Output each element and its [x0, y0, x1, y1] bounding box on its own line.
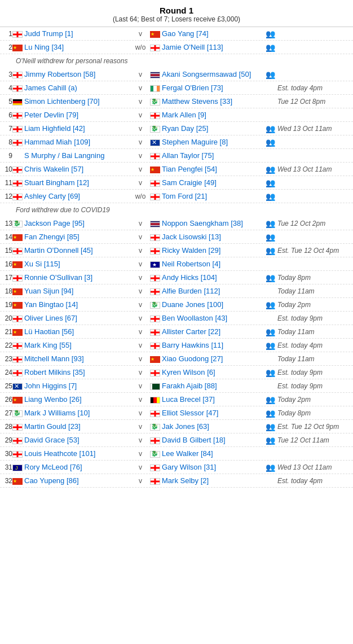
- player2-link[interactable]: Stephen Maguire [8]: [162, 138, 228, 146]
- match-number: 32: [2, 477, 12, 485]
- player1-link[interactable]: Peter Devlin [79]: [24, 111, 78, 119]
- player2-link[interactable]: Noppon Saengkham [38]: [162, 219, 243, 227]
- player1-link[interactable]: Martin Gould [23]: [24, 422, 81, 431]
- player2-flag: [150, 300, 160, 309]
- player2-link[interactable]: Sam Craigie [49]: [162, 178, 217, 187]
- player2-link[interactable]: Lee Walker [84]: [162, 449, 213, 458]
- player1-link[interactable]: Louis Heathcote [101]: [24, 449, 95, 458]
- player1-cell: Mark J Williams [10]: [12, 409, 131, 417]
- vs-label: v: [131, 409, 150, 417]
- score-icon: 👥: [263, 246, 277, 255]
- vs-label: v: [131, 341, 150, 349]
- player1-link[interactable]: Cao Yupeng [86]: [24, 476, 79, 485]
- match-number: 30: [2, 450, 12, 458]
- player2-flag: [150, 178, 160, 187]
- player1-link[interactable]: Martin O'Donnell [45]: [24, 246, 93, 255]
- match-row: 12 Ashley Carty [69] w/o Tom Ford [21] 👥: [0, 190, 353, 203]
- player2-flag: [150, 233, 160, 241]
- player1-link[interactable]: David Grace [53]: [24, 436, 80, 444]
- score-icon: 👥: [263, 273, 277, 282]
- player2-flag: [150, 327, 160, 336]
- player2-link[interactable]: Andy Hicks [104]: [162, 273, 217, 282]
- player1-link[interactable]: Ashley Carty [69]: [24, 192, 80, 200]
- player1-link[interactable]: Chris Wakelin [57]: [24, 165, 83, 173]
- player1-link[interactable]: Hammad Miah [109]: [24, 138, 90, 146]
- match-row: 26 Liang Wenbo [26] v Luca Brecel [37] 👥…: [0, 393, 353, 406]
- player2-link[interactable]: Allister Carter [22]: [162, 327, 220, 336]
- player1-flag: [12, 70, 23, 78]
- player2-link[interactable]: Jack Lisowski [13]: [162, 233, 221, 241]
- player2-link[interactable]: Elliot Slessor [47]: [162, 409, 218, 417]
- player1-link[interactable]: Jackson Page [95]: [24, 219, 85, 227]
- player2-link[interactable]: Ryan Day [25]: [162, 124, 208, 133]
- player2-flag: [150, 84, 160, 92]
- player2-link[interactable]: Kyren Wilson [6]: [162, 368, 215, 376]
- vs-label: v: [131, 382, 150, 390]
- player1-link[interactable]: Judd Trump [1]: [24, 29, 73, 38]
- player1-link[interactable]: Stuart Bingham [12]: [24, 178, 89, 187]
- player2-flag: [150, 219, 160, 227]
- match-number: 12: [2, 192, 12, 200]
- player2-cell: Andy Hicks [104]: [150, 273, 263, 282]
- player1-link[interactable]: John Higgins [7]: [24, 382, 77, 390]
- player1-link[interactable]: Robert Milkins [35]: [24, 368, 85, 376]
- player2-link[interactable]: Jamie O'Neill [113]: [162, 43, 223, 51]
- player2-link[interactable]: Gary Wilson [31]: [162, 463, 216, 471]
- player1-link[interactable]: Mitchell Mann [93]: [24, 354, 84, 363]
- match-time: Est. today 4pm: [277, 84, 351, 92]
- player1-link[interactable]: Jimmy Robertson [58]: [24, 70, 95, 78]
- match-row: 30 Louis Heathcote [101] v Lee Walker [8…: [0, 447, 353, 461]
- match-number: 8: [2, 138, 12, 146]
- player1-link[interactable]: Fan Zhengyi [85]: [24, 233, 80, 241]
- player2-link[interactable]: Mark Selby [2]: [162, 476, 209, 485]
- player1-link[interactable]: Simon Lichtenberg [70]: [24, 97, 100, 106]
- player2-link[interactable]: Barry Hawkins [11]: [162, 341, 223, 349]
- player2-link[interactable]: Gao Yang [74]: [162, 29, 209, 38]
- player1-link[interactable]: James Cahill (a): [24, 84, 77, 92]
- player2-link[interactable]: Ben Woollaston [43]: [162, 314, 227, 322]
- player1-link[interactable]: Lu Ning [34]: [24, 43, 64, 51]
- match-row: 32 Cao Yupeng [86] v Mark Selby [2] Est.…: [0, 474, 353, 488]
- match-time: Est. today 9pm: [277, 369, 351, 376]
- player1-link[interactable]: S Murphy / Bai Langning: [24, 151, 104, 160]
- player2-link[interactable]: Duane Jones [100]: [162, 300, 223, 309]
- player2-link[interactable]: Ricky Walden [29]: [162, 246, 220, 255]
- match-number: 29: [2, 436, 12, 444]
- player1-link[interactable]: Mark King [55]: [24, 341, 72, 349]
- player2-link[interactable]: Matthew Stevens [33]: [162, 97, 232, 106]
- score-icon: 👥: [263, 192, 277, 201]
- player1-link[interactable]: Xu Si [115]: [24, 260, 60, 268]
- player2-link[interactable]: Luca Brecel [37]: [162, 395, 215, 404]
- player1-flag: [12, 97, 23, 106]
- player2-link[interactable]: Jak Jones [63]: [162, 422, 209, 431]
- match-row: 22 Mark King [55] v Barry Hawkins [11] 👥…: [0, 339, 353, 352]
- player2-link[interactable]: Xiao Guodong [27]: [162, 354, 223, 363]
- match-number: 10: [2, 165, 12, 173]
- player1-link[interactable]: Yan Bingtao [14]: [24, 300, 78, 309]
- player2-link[interactable]: Mark Allen [9]: [162, 111, 206, 119]
- player2-link[interactable]: Allan Taylor [75]: [162, 151, 214, 160]
- match-time: Wed 13 Oct 11am: [277, 165, 351, 173]
- player1-link[interactable]: Liang Wenbo [26]: [24, 395, 82, 404]
- player2-link[interactable]: Farakh Ajaib [88]: [162, 382, 217, 390]
- player2-link[interactable]: David B Gilbert [18]: [162, 436, 226, 444]
- player1-cell: Martin Gould [23]: [12, 422, 131, 431]
- vs-label: v: [131, 396, 150, 404]
- player2-link[interactable]: Tom Ford [21]: [162, 192, 207, 200]
- player2-link[interactable]: Alfie Burden [112]: [162, 287, 220, 295]
- player1-link[interactable]: Ronnie O'Sullivan [3]: [24, 273, 92, 282]
- player2-link[interactable]: Neil Robertson [4]: [162, 260, 220, 268]
- player1-cell: James Cahill (a): [12, 84, 131, 92]
- vs-label: v: [131, 111, 150, 119]
- player1-link[interactable]: Liam Highfield [42]: [24, 124, 85, 133]
- player1-link[interactable]: Rory McLeod [76]: [24, 463, 82, 471]
- match-note: Ford withdrew due to COVID19: [0, 203, 353, 217]
- player1-link[interactable]: Yuan Sijun [94]: [24, 287, 73, 295]
- player2-link[interactable]: Akani Songsermsawad [50]: [162, 70, 251, 78]
- player1-link[interactable]: Oliver Lines [67]: [24, 314, 77, 322]
- player2-link[interactable]: Tian Pengfei [54]: [162, 165, 217, 173]
- player1-link[interactable]: Lü Haotian [56]: [24, 327, 74, 336]
- match-row: 16 Xu Si [115] v Neil Robertson [4]: [0, 257, 353, 271]
- player2-link[interactable]: Fergal O'Brien [73]: [162, 84, 223, 92]
- player1-link[interactable]: Mark J Williams [10]: [24, 409, 90, 417]
